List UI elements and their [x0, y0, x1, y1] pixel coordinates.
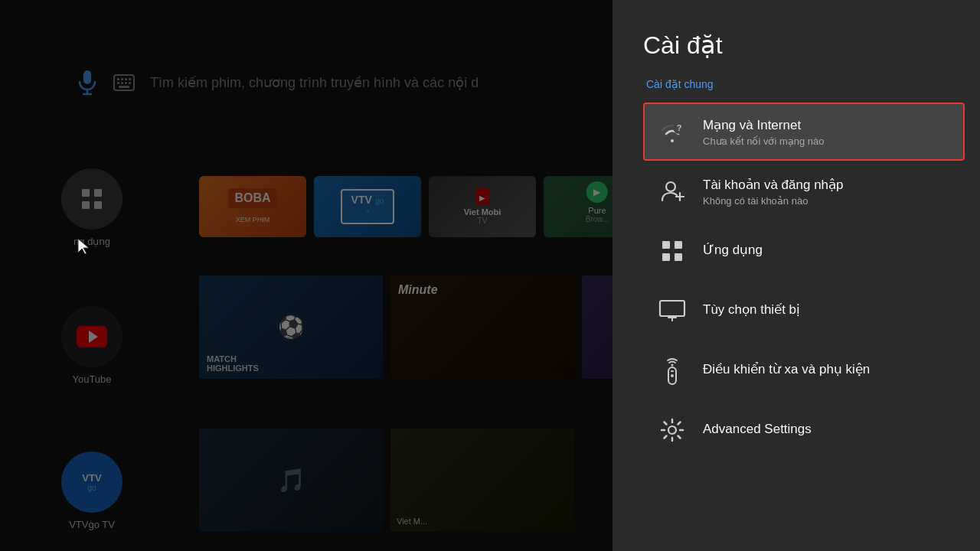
minute-thumb[interactable]: Minute — [390, 276, 574, 379]
svg-point-33 — [668, 426, 676, 434]
app-item-grid[interactable]: ng dụng — [61, 168, 122, 247]
boba-channel-card[interactable]: BOBA XEM PHIM — [199, 176, 306, 237]
device-item-title: Tùy chọn thiết bị — [703, 302, 800, 318]
video-thumbnails-row: ⚽ MATCHHIGHLIGHTS Minute vevo INDIE... V… — [199, 276, 612, 379]
channel-cards-row: BOBA XEM PHIM VTV go + ▶ Viet Mobi — [199, 176, 612, 237]
svg-rect-9 — [121, 82, 123, 84]
network-item-text: Mạng và Internet Chưa kết nối với mạng n… — [703, 117, 825, 147]
gear-icon — [657, 415, 688, 445]
apps-item-text: Ứng dụng — [703, 242, 763, 260]
settings-item-remote[interactable]: Điều khiển từ xa và phụ kiện — [643, 341, 965, 399]
svg-rect-13 — [82, 189, 90, 197]
youtube-app-item[interactable]: YouTube — [61, 306, 122, 385]
svg-point-29 — [671, 364, 674, 367]
remote-item-title: Điều khiển từ xa và phụ kiện — [703, 361, 870, 377]
svg-rect-7 — [129, 78, 131, 80]
youtube-icon — [77, 326, 107, 347]
vtvgo-bottom-item[interactable]: VTV go VTVgo TV — [61, 452, 122, 530]
svg-rect-6 — [125, 78, 127, 80]
search-placeholder-text: Tìm kiếm phim, chương trình truyền hình … — [150, 74, 479, 91]
svg-point-19 — [666, 182, 675, 191]
settings-item-accounts[interactable]: Tài khoản và đăng nhập Không có tài khoả… — [643, 162, 965, 220]
svg-rect-11 — [129, 82, 131, 84]
settings-item-apps[interactable]: Ứng dụng — [643, 222, 965, 280]
svg-rect-31 — [671, 370, 674, 372]
svg-rect-25 — [675, 253, 682, 261]
settings-item-device[interactable]: Tùy chọn thiết bị — [643, 282, 965, 340]
person-add-icon — [657, 176, 688, 207]
grid-app-icon[interactable] — [61, 168, 122, 230]
vietmobi-channel-card[interactable]: ▶ Viet Mobi TV — [429, 176, 536, 237]
svg-rect-4 — [117, 78, 119, 80]
grid-app-label: ng dụng — [61, 236, 122, 247]
settings-title: Cài đặt — [643, 31, 980, 60]
vevo-thumb[interactable]: vevo — [582, 276, 612, 379]
svg-rect-23 — [675, 241, 682, 249]
advanced-item-text: Advanced Settings — [703, 422, 812, 439]
video-thumbnails-row2: 🎵 Viet M... — [199, 429, 574, 532]
advanced-item-title: Advanced Settings — [703, 422, 812, 437]
youtube-play-triangle — [89, 331, 98, 343]
vtvgo-bottom-label: VTVgo TV — [61, 519, 122, 530]
mic-icon[interactable] — [77, 69, 98, 96]
svg-rect-16 — [94, 201, 102, 209]
wifi-question-icon: ? — [657, 116, 688, 147]
svg-rect-0 — [83, 70, 91, 84]
svg-rect-8 — [117, 82, 119, 84]
svg-rect-15 — [82, 201, 90, 209]
svg-rect-10 — [125, 82, 127, 84]
svg-rect-22 — [662, 241, 670, 249]
svg-rect-5 — [121, 78, 123, 80]
accounts-item-text: Tài khoản và đăng nhập Không có tài khoả… — [703, 177, 844, 207]
vtvgo-bottom-icon[interactable]: VTV go — [61, 452, 122, 513]
match-label: MATCHHIGHLIGHTS — [207, 354, 259, 373]
tv-home-screen: Tìm kiếm phim, chương trình truyền hình … — [0, 0, 612, 551]
remote-item-text: Điều khiển từ xa và phụ kiện — [703, 361, 870, 380]
match-highlights-thumb[interactable]: ⚽ MATCHHIGHLIGHTS — [199, 276, 383, 379]
pure-channel-card[interactable]: ▶ Pure Brow... — [544, 176, 612, 237]
settings-item-advanced[interactable]: Advanced Settings — [643, 401, 965, 459]
apps-item-title: Ứng dụng — [703, 242, 763, 258]
svg-rect-12 — [119, 86, 129, 88]
remote-icon — [657, 355, 688, 386]
thumb-row2-2[interactable]: Viet M... — [390, 429, 574, 532]
svg-rect-14 — [94, 189, 102, 197]
svg-rect-26 — [660, 301, 684, 316]
accounts-item-title: Tài khoản và đăng nhập — [703, 177, 844, 193]
network-item-subtitle: Chưa kết nối với mạng nào — [703, 135, 825, 147]
svg-text:?: ? — [677, 123, 682, 132]
monitor-icon — [657, 295, 688, 326]
settings-panel: Cài đặt Cài đặt chung ? Mạng và Internet… — [612, 0, 980, 551]
device-item-text: Tùy chọn thiết bị — [703, 302, 800, 320]
svg-point-32 — [671, 374, 674, 377]
accounts-item-subtitle: Không có tài khoản nào — [703, 195, 844, 207]
network-item-title: Mạng và Internet — [703, 117, 825, 133]
youtube-label: YouTube — [61, 373, 122, 385]
keyboard-icon[interactable] — [113, 74, 135, 91]
vtv-channel-card[interactable]: VTV go + — [314, 176, 421, 237]
youtube-app-icon[interactable] — [61, 306, 122, 367]
settings-item-network[interactable]: ? Mạng và Internet Chưa kết nối với mạng… — [643, 103, 965, 161]
settings-section-label: Cài đặt chung — [643, 78, 980, 90]
thumb-row2-1[interactable]: 🎵 — [199, 429, 383, 532]
apps-grid-icon — [657, 236, 688, 266]
svg-rect-24 — [662, 253, 670, 261]
search-bar[interactable]: Tìm kiếm phim, chương trình truyền hình … — [77, 69, 597, 96]
